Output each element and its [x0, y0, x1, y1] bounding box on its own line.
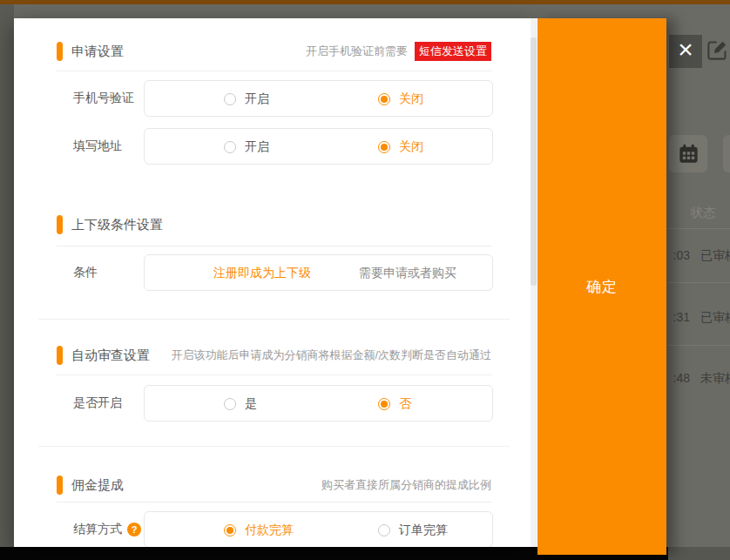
help-icon[interactable]: ? — [127, 523, 141, 536]
page-sidebar — [0, 4, 14, 547]
radio-selected-icon[interactable] — [378, 141, 390, 153]
row-label-enable: 是否开启 — [73, 385, 122, 422]
table-divider — [667, 282, 730, 283]
status-badge: 已审核 — [700, 310, 730, 324]
section-header-apply: 申请设置 开启手机验证前需要 短信发送设置 — [57, 42, 491, 61]
fill-address-options: 开启 关闭 — [144, 128, 493, 165]
row-time: :31 — [667, 310, 690, 324]
radio-selected-icon[interactable] — [378, 398, 390, 410]
section-marker — [57, 476, 63, 495]
radio-unselected-icon[interactable] — [224, 93, 236, 105]
page-footer-bar-right — [668, 547, 730, 560]
group-separator — [38, 446, 510, 447]
section-note: 购买者直接所属分销商的提成比例 — [321, 477, 491, 493]
table-header-status: 状态 — [691, 206, 730, 221]
section-title: 上下级条件设置 — [71, 217, 163, 233]
radio-unselected-icon[interactable] — [378, 524, 390, 536]
row-time: :03 — [667, 248, 690, 262]
partial-button — [723, 135, 730, 172]
modal-scrollbar-thumb[interactable] — [531, 37, 537, 286]
page-top-bar — [0, 0, 730, 4]
radio-selected-icon[interactable] — [378, 93, 390, 105]
row-label-settlement: 结算方式 ? — [73, 511, 141, 547]
option-register-becomes[interactable]: 注册即成为上下级 — [213, 255, 311, 292]
confirm-button[interactable]: 确定 — [537, 18, 666, 555]
condition-options: 注册即成为上下级 需要申请或者购买 — [144, 254, 493, 291]
option-yes[interactable]: 是 — [224, 386, 257, 422]
divider — [57, 502, 491, 503]
edit-icon — [706, 38, 729, 62]
option-no[interactable]: 否 — [378, 386, 411, 422]
option-settle-on-payment[interactable]: 付款完算 — [224, 512, 294, 547]
table-row: :03已审核 — [667, 247, 730, 264]
option-close[interactable]: 关闭 — [378, 129, 423, 165]
radio-selected-icon[interactable] — [224, 524, 236, 536]
phone-verify-options: 开启 关闭 — [144, 80, 493, 117]
group-separator — [38, 319, 510, 320]
status-badge: 未审核 — [700, 371, 730, 385]
table-row: :31已审核 — [667, 309, 730, 326]
section-header-hierarchy: 上下级条件设置 — [57, 215, 491, 234]
section-header-commission: 佣金提成 购买者直接所属分销商的提成比例 — [57, 476, 491, 495]
table-divider — [667, 345, 730, 346]
option-settle-on-order[interactable]: 订单完算 — [378, 512, 448, 547]
radio-unselected-icon[interactable] — [224, 398, 236, 410]
option-open[interactable]: 开启 — [224, 81, 269, 118]
modal-scrollbar-track[interactable] — [531, 18, 537, 547]
section-marker — [57, 346, 63, 365]
table-divider — [667, 228, 730, 229]
close-button[interactable]: × — [669, 35, 702, 68]
section-marker — [57, 42, 63, 61]
divider — [57, 71, 491, 71]
option-close[interactable]: 关闭 — [378, 81, 423, 118]
status-badge: 已审核 — [700, 248, 730, 262]
enable-options: 是 否 — [144, 385, 493, 422]
row-label-fill-address: 填写地址 — [73, 128, 122, 165]
section-note: 开启该功能后申请成为分销商将根据金额/次数判断是否自动通过 — [171, 347, 491, 363]
section-note: 开启手机验证前需要 短信发送设置 — [306, 42, 491, 61]
row-label-condition: 条件 — [73, 254, 98, 291]
sms-settings-link[interactable]: 短信发送设置 — [415, 42, 491, 61]
row-label-phone-verify: 手机号验证 — [73, 80, 134, 117]
row-time: :48 — [667, 371, 690, 385]
section-title: 申请设置 — [71, 44, 124, 60]
close-icon: × — [678, 37, 693, 63]
settings-modal: 申请设置 开启手机验证前需要 短信发送设置 手机号验证 开启 关闭 填写地址 开… — [14, 18, 537, 547]
section-header-auto-review: 自动审查设置 开启该功能后申请成为分销商将根据金额/次数判断是否自动通过 — [57, 346, 491, 365]
calendar-button — [669, 135, 707, 172]
section-marker — [57, 215, 63, 234]
section-title: 佣金提成 — [71, 477, 124, 494]
divider — [57, 374, 491, 375]
table-row: :48未审核 — [667, 370, 730, 387]
settlement-options: 付款完算 订单完算 — [144, 511, 493, 547]
calendar-icon — [677, 142, 700, 165]
radio-unselected-icon[interactable] — [224, 141, 236, 153]
divider — [57, 246, 491, 246]
option-open[interactable]: 开启 — [224, 129, 269, 165]
option-apply-or-buy[interactable]: 需要申请或者购买 — [359, 255, 456, 292]
section-title: 自动审查设置 — [71, 347, 150, 364]
